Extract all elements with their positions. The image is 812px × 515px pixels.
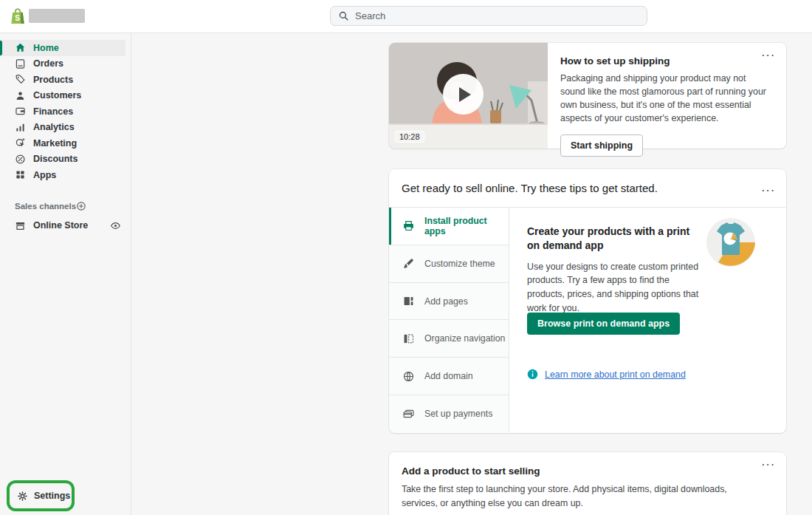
sidebar-item-label: Marketing	[33, 138, 77, 149]
wallet-icon	[15, 106, 26, 117]
sidebar-item-label: Orders	[33, 58, 63, 69]
tab-label: Add domain	[424, 371, 473, 381]
main-nav: Home Orders Products Customers Finances …	[0, 33, 131, 183]
play-button[interactable]	[443, 74, 484, 115]
search-placeholder: Search	[355, 10, 385, 21]
tab-add-domain[interactable]: Add domain	[389, 358, 509, 395]
video-thumbnail[interactable]: 10:28	[389, 43, 548, 149]
gear-icon	[17, 491, 28, 502]
info-icon	[527, 369, 538, 380]
learn-more-link[interactable]: Learn more about print on demand	[545, 369, 686, 380]
main-content: 10:28 ··· How to set up shipping Packagi…	[132, 33, 812, 515]
tab-label: Customize theme	[424, 259, 495, 269]
marketing-icon	[15, 137, 26, 149]
topbar: S Search	[0, 0, 812, 33]
tab-customize-theme[interactable]: Customize theme	[389, 245, 509, 283]
shopify-logo-icon[interactable]: S	[10, 7, 26, 25]
video-duration-badge: 10:28	[395, 131, 424, 143]
sidebar-item-customers[interactable]: Customers	[0, 88, 131, 104]
paintbrush-icon	[402, 257, 415, 270]
store-name-redacted	[29, 9, 85, 23]
sidebar-item-online-store[interactable]: Online Store	[0, 217, 131, 233]
sidebar-item-label: Analytics	[33, 122, 75, 132]
card-menu-button[interactable]: ···	[762, 185, 776, 195]
printer-icon	[402, 219, 415, 232]
sidebar-item-apps[interactable]: Apps	[0, 167, 131, 183]
browse-apps-button[interactable]: Browse print on demand apps	[527, 313, 680, 335]
discount-icon	[15, 154, 26, 165]
search-icon	[338, 10, 349, 21]
shipping-video-card: 10:28 ··· How to set up shipping Packagi…	[389, 43, 786, 149]
play-icon	[459, 87, 471, 102]
tab-install-product-apps[interactable]: Install product apps	[389, 208, 509, 245]
sidebar-item-products[interactable]: Products	[0, 72, 131, 88]
sidebar-item-finances[interactable]: Finances	[0, 103, 131, 120]
tab-label: Set up payments	[424, 409, 492, 419]
sidebar-item-marketing[interactable]: Marketing	[0, 135, 131, 151]
bar-chart-icon	[15, 122, 26, 133]
orders-icon	[15, 58, 26, 69]
tab-label: Add pages	[424, 296, 468, 307]
tab-label: Organize navigation	[424, 333, 505, 344]
sidebar-item-label: Home	[33, 43, 59, 53]
panel-body-text: Use your designs to create custom printe…	[527, 260, 704, 315]
tab-add-pages[interactable]: Add pages	[389, 283, 509, 321]
channel-label: Online Store	[33, 220, 88, 231]
person-icon	[15, 90, 26, 101]
sidebar-item-label: Apps	[33, 170, 56, 180]
guide-panel: Create your products with a print on dem…	[509, 208, 786, 432]
tab-label: Install product apps	[424, 216, 509, 236]
card-menu-button[interactable]: ···	[762, 460, 776, 469]
sidebar-item-discounts[interactable]: Discounts	[0, 151, 131, 168]
apps-grid-icon	[15, 169, 26, 180]
card-menu-button[interactable]: ···	[762, 50, 776, 60]
sales-channels-section: Sales channels Online Store	[0, 199, 131, 233]
add-product-card: ··· Add a product to start selling Take …	[389, 452, 786, 515]
sidebar-item-label: Finances	[33, 106, 73, 117]
sidebar-item-label: Customers	[33, 90, 81, 100]
sidebar-item-orders[interactable]: Orders	[0, 56, 131, 72]
home-icon	[15, 42, 26, 53]
setup-guide-card: Get ready to sell online. Try these tips…	[389, 169, 786, 433]
tab-organize-navigation[interactable]: Organize navigation	[389, 320, 509, 358]
globe-icon	[402, 370, 415, 383]
guide-tab-list: Install product apps Customize theme Add…	[389, 208, 509, 432]
navigation-layout-icon	[402, 332, 415, 345]
sidebar-item-label: Products	[33, 75, 73, 85]
sidebar: Home Orders Products Customers Finances …	[0, 33, 131, 515]
settings-label: Settings	[34, 491, 70, 501]
tab-set-up-payments[interactable]: Set up payments	[389, 395, 509, 432]
card-title: How to set up shipping	[560, 55, 771, 66]
sidebar-item-analytics[interactable]: Analytics	[0, 120, 131, 136]
tag-icon	[15, 74, 26, 85]
add-channel-button[interactable]	[76, 201, 86, 211]
eye-icon[interactable]	[110, 220, 121, 231]
sales-channels-title: Sales channels	[15, 202, 76, 211]
card-body-text: Packaging and shipping your product may …	[560, 72, 771, 126]
payment-cards-icon	[402, 408, 415, 420]
annotation-highlight-settings[interactable]: Settings	[7, 480, 75, 511]
search-bar[interactable]: Search	[330, 6, 647, 26]
sidebar-item-label: Discounts	[33, 154, 78, 164]
card-body-text: Take the first step to launching your st…	[402, 482, 765, 510]
panel-title: Create your products with a print on dem…	[527, 225, 704, 253]
pages-layout-icon	[402, 295, 415, 307]
svg-text:S: S	[15, 14, 20, 22]
start-shipping-button[interactable]: Start shipping	[560, 134, 643, 157]
sidebar-item-home[interactable]: Home	[0, 40, 125, 56]
print-on-demand-illustration	[704, 216, 757, 269]
storefront-icon	[15, 220, 26, 231]
guide-title: Get ready to sell online. Try these tips…	[402, 182, 658, 194]
card-title: Add a product to start selling	[402, 465, 774, 477]
